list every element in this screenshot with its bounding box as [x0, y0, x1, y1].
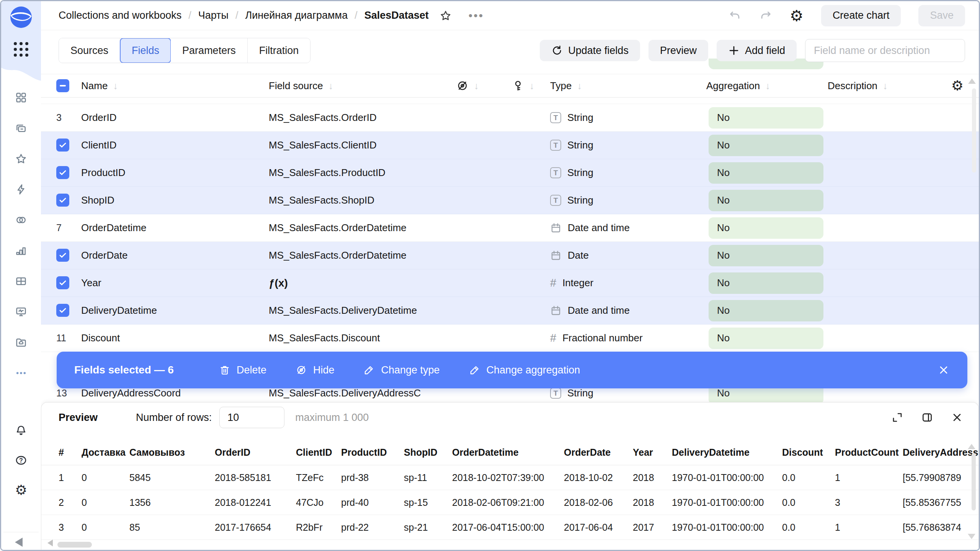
- column-header-type[interactable]: Type↓: [550, 80, 706, 92]
- tab-parameters[interactable]: Parameters: [171, 38, 248, 63]
- table-settings-gear-icon[interactable]: ⚙: [941, 79, 964, 93]
- collapse-sidebar-icon[interactable]: [15, 538, 23, 547]
- sidebar-wave: [1, 67, 41, 81]
- hide-button[interactable]: Hide: [296, 364, 335, 376]
- help-icon[interactable]: ?: [15, 454, 27, 466]
- fields-scrollbar-thumb[interactable]: [972, 88, 976, 173]
- aggregation-select[interactable]: No: [709, 217, 823, 239]
- tab-sources[interactable]: Sources: [59, 38, 120, 63]
- breadcrumb-separator: /: [188, 10, 191, 21]
- redo-icon[interactable]: [759, 9, 772, 22]
- expand-preview-icon[interactable]: [891, 411, 903, 424]
- settings-gear-icon[interactable]: ⚙: [15, 484, 27, 496]
- star-icon[interactable]: [439, 10, 452, 22]
- row-checkbox-checked[interactable]: [56, 304, 69, 317]
- delete-button[interactable]: Delete: [219, 364, 266, 376]
- connections-icon[interactable]: [15, 214, 27, 226]
- preview-scroll-down-icon[interactable]: [968, 534, 975, 539]
- storage-folder-icon[interactable]: [15, 336, 27, 349]
- add-field-button[interactable]: Add field: [717, 40, 797, 61]
- breadcrumb-item[interactable]: Чарты: [198, 10, 229, 21]
- sort-arrow-icon[interactable]: ↓: [328, 80, 333, 91]
- column-header-key[interactable]: ↓: [512, 80, 550, 92]
- field-row[interactable]: ClientIDMS_SalesFacts.ClientIDTStringNo: [41, 132, 979, 159]
- field-type: TString: [550, 167, 706, 179]
- editor-lightning-icon[interactable]: [15, 183, 27, 196]
- sort-arrow-icon[interactable]: ↓: [577, 80, 582, 91]
- aggregation-select[interactable]: No: [709, 328, 823, 349]
- column-header-source[interactable]: Field source↓: [269, 80, 456, 92]
- sort-arrow-icon[interactable]: ↓: [113, 80, 118, 91]
- aggregation-select[interactable]: No: [709, 300, 823, 321]
- split-view-icon[interactable]: [921, 411, 933, 424]
- rows-max-hint: maximum 1 000: [295, 412, 369, 424]
- eye-off-icon: [296, 364, 307, 376]
- preview-scroll-left-icon[interactable]: [47, 540, 53, 546]
- aggregation-select[interactable]: No: [709, 272, 823, 294]
- close-selection-bar-icon[interactable]: [938, 364, 950, 376]
- favorites-star-icon[interactable]: [15, 153, 27, 165]
- sort-arrow-icon[interactable]: ↓: [474, 80, 479, 91]
- row-checkbox-checked[interactable]: [56, 276, 69, 289]
- rows-count-input[interactable]: [219, 407, 284, 428]
- select-all-checkbox[interactable]: [56, 79, 81, 92]
- preview-button[interactable]: Preview: [648, 40, 708, 61]
- aggregation-select[interactable]: No: [709, 107, 823, 129]
- sort-arrow-icon[interactable]: ↓: [883, 80, 888, 91]
- refresh-icon: [551, 45, 563, 56]
- field-row[interactable]: Yearƒ(x)#IntegerNo: [41, 269, 979, 297]
- apps-grid-icon[interactable]: [13, 41, 29, 58]
- field-row[interactable]: ShopIDMS_SalesFacts.ShopIDTStringNo: [41, 187, 979, 214]
- row-checkbox-checked[interactable]: [56, 194, 69, 207]
- dashboards-icon[interactable]: [15, 91, 27, 104]
- preview-vscrollbar-thumb[interactable]: [972, 453, 976, 510]
- column-header-hidden[interactable]: ↓: [456, 80, 512, 92]
- change-type-button[interactable]: Change type: [363, 364, 439, 376]
- create-chart-button[interactable]: Create chart: [821, 5, 901, 26]
- field-row[interactable]: OrderDateMS_SalesFacts.OrderDatetimeDate…: [41, 242, 979, 269]
- field-row[interactable]: 3OrderIDMS_SalesFacts.OrderIDTStringNo: [41, 104, 979, 132]
- field-row[interactable]: 11DiscountMS_SalesFacts.Discount#Fractio…: [41, 324, 979, 352]
- aggregation-select[interactable]: No: [709, 190, 823, 211]
- notifications-bell-icon[interactable]: [15, 424, 27, 437]
- aggregation-select[interactable]: No: [709, 245, 823, 266]
- tab-filtration[interactable]: Filtration: [248, 38, 310, 63]
- tab-fields[interactable]: Fields: [120, 38, 171, 63]
- sort-arrow-icon[interactable]: ↓: [765, 80, 770, 91]
- key-icon: [512, 80, 524, 92]
- preview-cell: sp-11: [404, 472, 452, 483]
- preview-hscrollbar-thumb[interactable]: [57, 542, 92, 548]
- row-checkbox-checked[interactable]: [56, 249, 69, 262]
- preview-scroll-up-icon[interactable]: [968, 444, 975, 449]
- change-aggregation-button[interactable]: Change aggregation: [469, 364, 580, 376]
- field-row[interactable]: DeliveryDatetimeMS_SalesFacts.DeliveryDa…: [41, 297, 979, 324]
- monitoring-icon[interactable]: [15, 306, 27, 318]
- close-preview-icon[interactable]: [951, 411, 963, 424]
- collections-icon[interactable]: [15, 122, 27, 134]
- field-search-input[interactable]: [805, 39, 965, 62]
- field-row[interactable]: ProductIDMS_SalesFacts.ProductIDTStringN…: [41, 159, 979, 187]
- column-header-aggregation[interactable]: Aggregation↓: [706, 80, 828, 92]
- field-row[interactable]: 7OrderDatetimeMS_SalesFacts.OrderDatetim…: [41, 214, 979, 242]
- breadcrumb-item[interactable]: Collections and workbooks: [59, 10, 181, 21]
- column-header-name[interactable]: Name↓: [81, 80, 269, 92]
- datalens-logo[interactable]: [10, 7, 32, 28]
- row-checkbox-checked[interactable]: [56, 166, 69, 179]
- aggregation-select[interactable]: No: [709, 135, 823, 156]
- more-ellipsis-icon[interactable]: [15, 367, 27, 379]
- update-fields-button[interactable]: Update fields: [540, 40, 640, 61]
- charts-icon[interactable]: [15, 245, 27, 257]
- undo-icon[interactable]: [728, 9, 742, 22]
- datasets-table-icon[interactable]: [15, 275, 27, 287]
- sort-arrow-icon[interactable]: ↓: [529, 80, 534, 91]
- dataset-settings-gear-icon[interactable]: ⚙: [790, 8, 804, 23]
- breadcrumb-item[interactable]: SalesDataset: [364, 10, 429, 21]
- row-checkbox-checked[interactable]: [56, 139, 69, 152]
- aggregation-select[interactable]: No: [709, 162, 823, 184]
- breadcrumb-item[interactable]: Линейная диаграмма: [245, 10, 348, 21]
- column-header-description[interactable]: Description↓: [828, 80, 941, 92]
- ellipsis-menu-icon[interactable]: •••: [469, 9, 484, 22]
- preview-column-header: ProductCount: [835, 447, 903, 458]
- scroll-up-arrow-icon[interactable]: [968, 78, 976, 84]
- save-button[interactable]: Save: [918, 5, 965, 26]
